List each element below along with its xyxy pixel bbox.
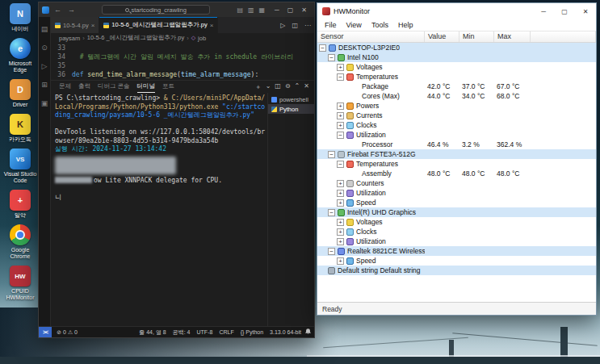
menu-view[interactable]: View bbox=[342, 21, 367, 29]
terminal-list-item[interactable]: Python bbox=[268, 104, 314, 114]
run-python-file-icon[interactable]: ▷ bbox=[277, 22, 288, 29]
remote-indicator[interactable]: >< bbox=[39, 327, 52, 337]
more-actions-icon[interactable]: ⋯ bbox=[301, 22, 314, 29]
explorer-icon[interactable]: ▤ bbox=[41, 25, 48, 33]
desktop-icon-chrome[interactable]: Google Chrome bbox=[2, 224, 39, 260]
tab-close-icon[interactable]: × bbox=[91, 22, 95, 29]
sensor-row[interactable]: +Clocks bbox=[317, 120, 596, 130]
sensor-row[interactable]: −Temperatures bbox=[317, 72, 596, 82]
expand-icon[interactable]: + bbox=[337, 257, 344, 265]
breadcrumb-item[interactable]: 10-5-6 _메시간텔레그램알림추가.py bbox=[87, 34, 184, 42]
sensor-row[interactable]: +Utilization bbox=[317, 188, 596, 198]
kill-terminal-icon[interactable]: ⊖ bbox=[283, 82, 292, 91]
sensor-row[interactable]: +Clocks bbox=[317, 227, 596, 236]
cursor-position[interactable]: 줄 44, 열 8 bbox=[139, 328, 166, 337]
collapse-icon[interactable]: − bbox=[319, 44, 326, 52]
panel-tab[interactable]: 터미널 bbox=[137, 81, 156, 93]
expand-icon[interactable]: + bbox=[337, 190, 344, 197]
toggle-secondary-sidebar-icon[interactable]: ▥ bbox=[245, 6, 257, 14]
collapse-icon[interactable]: − bbox=[337, 132, 344, 139]
remote-explorer-icon[interactable]: ▣ bbox=[41, 99, 48, 107]
desktop-icon-naver[interactable]: N네이버 bbox=[2, 3, 39, 32]
desktop-icon-vscode[interactable]: VSVisual Studio Code bbox=[2, 149, 39, 184]
code-editor[interactable]: 3334 # 텔레그램에 시간 알림 메세지 발송 추가 in schedule… bbox=[51, 43, 314, 80]
sensor-row[interactable]: Package42.0 °C37.0 °C67.0 °C bbox=[317, 82, 596, 91]
collapse-icon[interactable]: − bbox=[337, 73, 344, 81]
panel-tab[interactable]: 포트 bbox=[162, 81, 174, 93]
terminal-list-item[interactable]: powershell bbox=[268, 94, 314, 104]
run-debug-icon[interactable]: ▷ bbox=[42, 62, 48, 70]
sensor-row[interactable]: −Realtek 8821CE Wireless LAN ... bbox=[317, 246, 596, 256]
collapse-icon[interactable]: − bbox=[328, 151, 335, 158]
menu-tools[interactable]: Tools bbox=[367, 21, 393, 29]
expand-icon[interactable]: + bbox=[337, 103, 344, 110]
terminal-output[interactable]: PS C:\startcoding_crawling> & C:/Users/m… bbox=[51, 93, 267, 326]
expand-icon[interactable]: + bbox=[337, 64, 344, 71]
sensor-row[interactable]: −DESKTOP-L3P2IE0 bbox=[317, 43, 596, 52]
desktop-icon-driver[interactable]: DDriver bbox=[2, 79, 39, 108]
sensor-row[interactable]: −Intel(R) UHD Graphics bbox=[317, 207, 596, 217]
editor-tab[interactable]: 10-5-6_메시간텔레그램알림추가.py× bbox=[99, 17, 218, 33]
command-center-search[interactable]: startcoding_crawling bbox=[102, 5, 210, 15]
split-editor-icon[interactable]: ◫ bbox=[288, 22, 301, 29]
desktop-icon-kakaotalk[interactable]: K카카오톡 bbox=[2, 114, 39, 143]
split-terminal-icon[interactable]: ◫ bbox=[273, 82, 283, 91]
editor-tab[interactable]: 10-5-4.py× bbox=[51, 17, 99, 33]
hwmonitor-minimize-button[interactable]: ─ bbox=[533, 3, 554, 19]
hwmonitor-maximize-button[interactable]: ▢ bbox=[554, 3, 575, 19]
sensor-row[interactable]: −Utilization bbox=[317, 130, 596, 140]
breadcrumb-item[interactable]: job bbox=[198, 35, 206, 42]
search-icon[interactable]: ⊙ bbox=[41, 44, 48, 52]
menu-help[interactable]: Help bbox=[393, 21, 418, 29]
collapse-icon[interactable]: − bbox=[328, 209, 335, 216]
close-panel-icon[interactable]: ✕ bbox=[302, 82, 311, 91]
sensor-row[interactable]: −Temperatures bbox=[317, 159, 596, 169]
language-mode[interactable]: {} Python bbox=[241, 329, 263, 335]
expand-icon[interactable]: + bbox=[337, 112, 344, 119]
collapse-icon[interactable]: − bbox=[328, 248, 335, 255]
sensor-row[interactable]: Processor46.4 %3.2 %362.4 % bbox=[317, 140, 596, 149]
expand-icon[interactable]: + bbox=[337, 228, 344, 236]
panel-tab[interactable]: 출력 bbox=[78, 81, 90, 93]
sensor-row[interactable]: −Firebat FSTE3A-512G bbox=[317, 149, 596, 159]
sensor-row[interactable]: +Counters bbox=[317, 178, 596, 188]
tab-close-icon[interactable]: × bbox=[210, 22, 214, 29]
launch-profile-icon[interactable]: ⌄ bbox=[264, 82, 273, 91]
column-header-min[interactable]: Min bbox=[459, 31, 494, 42]
back-icon[interactable]: ← bbox=[52, 6, 63, 14]
panel-tab[interactable]: 문제 bbox=[59, 81, 71, 93]
column-header-max[interactable]: Max bbox=[494, 31, 531, 42]
collapse-icon[interactable]: − bbox=[337, 161, 344, 168]
python-version[interactable]: 3.13.0 64-bit bbox=[270, 329, 301, 335]
sensor-row[interactable]: +Powers bbox=[317, 101, 596, 111]
toggle-panel-icon[interactable]: ▤ bbox=[234, 6, 245, 14]
expand-icon[interactable]: + bbox=[337, 219, 344, 226]
breadcrumb-item[interactable]: paysam bbox=[59, 35, 80, 42]
vscode-minimize-button[interactable]: ─ bbox=[271, 6, 283, 14]
collapse-icon[interactable]: − bbox=[328, 54, 335, 61]
indentation[interactable]: 공백: 4 bbox=[173, 328, 191, 337]
sensor-row[interactable]: +Voltages bbox=[317, 217, 596, 227]
sensor-row[interactable]: Cores (Max)44.0 °C34.0 °C68.0 °C bbox=[317, 91, 596, 101]
problems-indicator[interactable]: ⊘ 0 ⚠ 0 bbox=[52, 329, 82, 336]
desktop-icon-hwmonitor[interactable]: HWCPUID HWMonitor bbox=[2, 266, 39, 301]
new-terminal-icon[interactable]: ＋ bbox=[254, 82, 263, 91]
vscode-maximize-button[interactable]: ▢ bbox=[283, 6, 298, 14]
eol[interactable]: CRLF bbox=[219, 329, 233, 335]
column-header-sensor[interactable]: Sensor bbox=[317, 31, 425, 42]
desktop-icon-edge[interactable]: eMicrosoft Edge bbox=[2, 38, 39, 73]
vscode-close-button[interactable]: ✕ bbox=[297, 6, 311, 14]
hwmonitor-close-button[interactable]: ✕ bbox=[575, 3, 596, 19]
desktop-icon-alyac[interactable]: +알약 bbox=[2, 190, 39, 219]
menu-file[interactable]: File bbox=[320, 21, 342, 29]
expand-icon[interactable]: + bbox=[337, 180, 344, 187]
notifications-bell-icon[interactable] bbox=[305, 328, 314, 336]
sensor-row[interactable]: +Utilization bbox=[317, 236, 596, 246]
expand-icon[interactable]: + bbox=[337, 122, 344, 129]
expand-icon[interactable]: + bbox=[337, 238, 344, 245]
sensor-row[interactable]: +Speed bbox=[317, 198, 596, 207]
panel-tab[interactable]: 디버그 콘솔 bbox=[98, 81, 130, 93]
sensor-row[interactable]: +Currents bbox=[317, 111, 596, 120]
extensions-icon[interactable]: ⊞ bbox=[41, 81, 48, 89]
forward-icon[interactable]: → bbox=[66, 6, 77, 14]
